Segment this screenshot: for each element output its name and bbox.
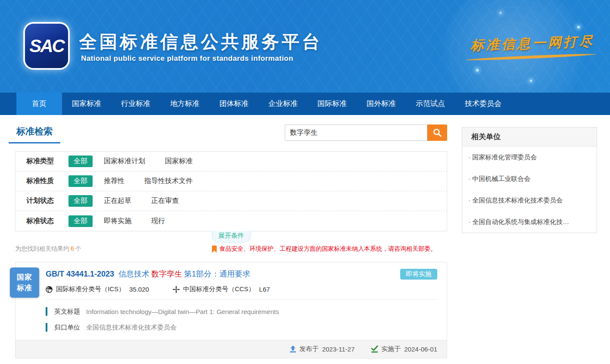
publish-date-item: 发布于 2023-11-27 xyxy=(289,345,355,353)
nav-national-standards[interactable]: 国家标准 xyxy=(62,93,111,115)
deco-dot xyxy=(577,26,580,28)
filter-option[interactable]: 现行 xyxy=(151,217,165,226)
filter-all-button[interactable]: 全部 xyxy=(68,156,93,167)
badge-line2: 标准 xyxy=(17,283,32,293)
english-title-label: 英文标题 xyxy=(54,308,80,316)
filter-all-button[interactable]: 全部 xyxy=(68,175,93,187)
ics-label: 国际标准分类号（ICS） xyxy=(56,285,125,293)
ics-value: 35.020 xyxy=(129,286,149,293)
ics-item: 国际标准分类号（ICS） 35.020 xyxy=(46,285,149,293)
filter-option[interactable]: 正在审查 xyxy=(151,196,179,205)
implement-date-item: 实施于 2024-06-01 xyxy=(371,345,437,353)
result-count: 为您找到相关结果约6个 xyxy=(15,245,81,253)
check-icon xyxy=(371,345,381,353)
search-button[interactable] xyxy=(427,124,447,141)
expand-conditions-button[interactable]: 展开条件 xyxy=(212,231,251,243)
filter-option[interactable]: 国家标准 xyxy=(165,157,193,166)
related-unit-link[interactable]: 国家标准化管理委员会 xyxy=(462,146,597,168)
notice-text: 食品安全、环境保护、工程建设方面的国家标准未纳入本系统，请咨询相关部委。 xyxy=(219,245,436,253)
related-units-panel: 相关单位 国家标准化管理委员会 中国机械工业联合会 全国信息技术标准化技术委员会… xyxy=(462,127,597,233)
related-unit-link[interactable]: 全国自动化系统与集成标准化技… xyxy=(462,211,597,233)
classification-row: 国际标准分类号（ICS） 35.020 中国标准分类号（CCS） L67 xyxy=(46,285,437,293)
english-title-value: Information technology—Digital twin—Part… xyxy=(86,308,279,315)
standard-title[interactable]: GB/T 43441.1-2023信息技术数字孪生第1部分：通用要求 xyxy=(46,269,250,279)
related-unit-link[interactable]: 全国信息技术标准化技术委员会 xyxy=(462,190,597,211)
search-section: 标准检索 xyxy=(15,123,447,149)
title-part1: 信息技术 xyxy=(118,270,149,278)
sac-logo[interactable]: SAC xyxy=(25,24,68,68)
ccs-label: 中国标准分类号（CCS） xyxy=(183,285,255,293)
related-units-title: 相关单位 xyxy=(462,128,597,146)
card-main: GB/T 43441.1-2023信息技术数字孪生第1部分：通用要求 即将实施 … xyxy=(16,262,447,332)
badge-line1: 国家 xyxy=(17,272,32,283)
filter-label: 标准类型 xyxy=(26,157,68,166)
bookmark-icon xyxy=(212,246,217,253)
department-label: 归口单位 xyxy=(54,324,80,332)
expand-wrap: 展开条件 xyxy=(15,231,447,243)
search-input[interactable] xyxy=(285,124,427,141)
nav-pilot[interactable]: 示范试点 xyxy=(406,93,455,115)
filter-option[interactable]: 国家标准计划 xyxy=(104,157,145,166)
publish-label: 发布于 xyxy=(299,345,319,353)
filter-option[interactable]: 推荐性 xyxy=(104,177,124,186)
implement-date: 2024-06-01 xyxy=(404,345,437,353)
filter-option[interactable]: 即将实施 xyxy=(104,217,131,226)
nav-home[interactable]: 首页 xyxy=(16,93,62,115)
filter-label: 标准性质 xyxy=(26,177,68,186)
department-row: 归口单位 全国信息技术标准化技术委员会 xyxy=(46,323,437,332)
system-notice: 食品安全、环境保护、工程建设方面的国家标准未纳入本系统，请咨询相关部委。 xyxy=(212,245,436,253)
filter-panel: 标准类型 全部 国家标准计划 国家标准 标准性质 全部 推荐性 指导性技术文件 … xyxy=(15,151,447,231)
side-column: 相关单位 国家标准化管理委员会 中国机械工业联合会 全国信息技术标准化技术委员会… xyxy=(462,123,597,358)
site-header: SAC 全国标准信息公共服务平台 National public service… xyxy=(0,0,610,93)
nav-technical-committee[interactable]: 技术委员会 xyxy=(455,93,511,115)
nav-foreign-standards[interactable]: 国外标准 xyxy=(357,93,406,115)
publish-icon xyxy=(289,345,299,353)
globe-icon xyxy=(46,286,56,293)
title-part2: 第1部分：通用要求 xyxy=(184,270,250,278)
related-unit-link[interactable]: 中国机械工业联合会 xyxy=(462,168,597,190)
nav-enterprise-standards[interactable]: 企业标准 xyxy=(258,93,308,115)
site-subtitle: National public service platform for sta… xyxy=(81,54,293,63)
nav-international-standards[interactable]: 国际标准 xyxy=(308,93,357,115)
compass-icon xyxy=(173,286,183,293)
filter-option[interactable]: 正在起草 xyxy=(104,196,131,205)
teal-bar xyxy=(46,307,47,316)
search-icon xyxy=(433,128,442,137)
filter-label: 计划状态 xyxy=(26,196,68,205)
deco-dot xyxy=(476,69,479,72)
search-box xyxy=(285,124,447,141)
card-title-row: GB/T 43441.1-2023信息技术数字孪生第1部分：通用要求 即将实施 xyxy=(46,269,437,280)
status-badge: 即将实施 xyxy=(400,269,437,280)
filter-all-button[interactable]: 全部 xyxy=(68,195,93,207)
filter-row-standard-type: 标准类型 全部 国家标准计划 国家标准 xyxy=(16,152,447,171)
nav-group-standards[interactable]: 团体标准 xyxy=(209,93,258,115)
standard-result-card: 国家 标准 GB/T 43441.1-2023信息技术数字孪生第1部分：通用要求… xyxy=(15,262,447,358)
filter-row-standard-status: 标准状态 全部 即将实施 现行 xyxy=(16,211,447,231)
deco-dot xyxy=(500,12,501,14)
nav-industry-standards[interactable]: 行业标准 xyxy=(111,93,160,115)
nav-local-standards[interactable]: 地方标准 xyxy=(160,93,209,115)
page-title: 标准检索 xyxy=(9,123,60,143)
filter-label: 标准状态 xyxy=(26,217,68,226)
page-content: 标准检索 标准类型 全部 国家标准计划 国家标准 标准性质 全部 xyxy=(0,115,610,358)
site-title: 全国标准信息公共服务平台 xyxy=(79,30,322,54)
main-nav: 首页 国家标准 行业标准 地方标准 团体标准 企业标准 国际标准 国外标准 示范… xyxy=(0,93,610,115)
result-count-suffix: 个 xyxy=(75,245,81,252)
sac-logo-text: SAC xyxy=(29,36,64,56)
result-count-prefix: 为您找到相关结果约 xyxy=(15,245,69,252)
result-count-number: 6 xyxy=(71,245,74,252)
standard-code-link[interactable]: GB/T 43441.1-2023 xyxy=(46,270,114,278)
results-summary: 为您找到相关结果约6个 食品安全、环境保护、工程建设方面的国家标准未纳入本系统，… xyxy=(15,245,447,253)
department-value: 全国信息技术标准化技术委员会 xyxy=(86,324,177,332)
card-divider xyxy=(46,299,437,300)
teal-bar xyxy=(46,323,47,332)
standard-type-badge: 国家 标准 xyxy=(10,268,39,298)
filter-all-button[interactable]: 全部 xyxy=(68,215,93,227)
implement-label: 实施于 xyxy=(381,345,401,353)
filter-option[interactable]: 指导性技术文件 xyxy=(144,177,193,186)
card-footer: 发布于 2023-11-27 实施于 2024-06-01 xyxy=(16,340,447,358)
main-column: 标准检索 标准类型 全部 国家标准计划 国家标准 标准性质 全部 xyxy=(15,123,447,358)
ccs-item: 中国标准分类号（CCS） L67 xyxy=(173,285,270,293)
deco-dot xyxy=(530,80,532,82)
filter-row-plan-status: 计划状态 全部 正在起草 正在审查 xyxy=(16,191,447,211)
